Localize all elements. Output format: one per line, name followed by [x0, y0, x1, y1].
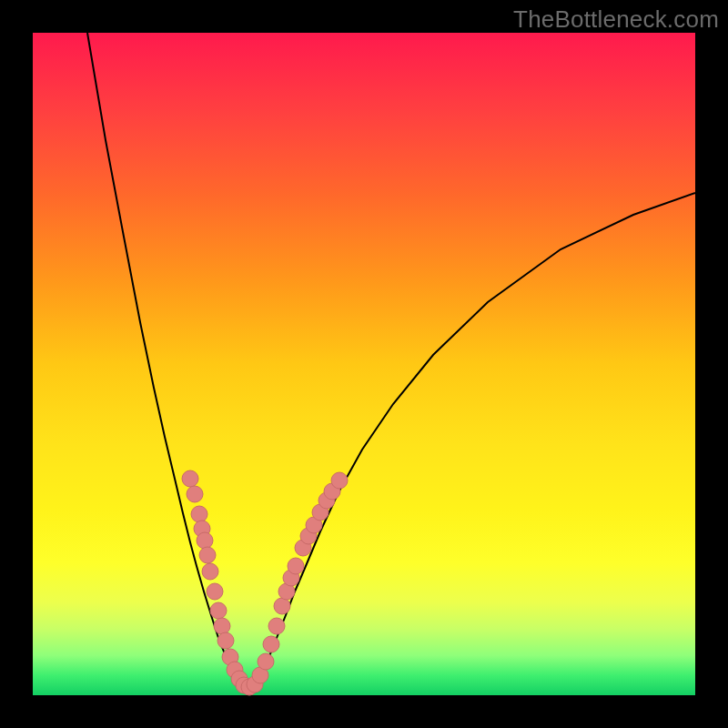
data-marker — [191, 506, 207, 522]
data-marker — [288, 558, 304, 574]
data-marker — [197, 532, 213, 549]
curve-right — [255, 193, 695, 684]
data-marker — [207, 583, 223, 600]
curve-right-path — [255, 193, 695, 684]
data-marker — [217, 632, 234, 649]
data-marker — [187, 486, 203, 502]
markers-group — [182, 470, 348, 695]
data-marker — [274, 598, 290, 614]
data-marker — [268, 618, 285, 634]
watermark-text: TheBottleneck.com — [513, 5, 719, 34]
data-marker — [263, 636, 279, 652]
curve-layer — [33, 33, 695, 695]
plot-area — [33, 33, 695, 695]
chart-stage: TheBottleneck.com — [0, 0, 728, 728]
data-marker — [182, 470, 198, 487]
data-marker — [214, 618, 230, 634]
data-marker — [258, 653, 274, 670]
data-marker — [210, 602, 227, 619]
data-marker — [202, 563, 218, 580]
data-marker — [331, 472, 348, 489]
data-marker — [199, 547, 216, 563]
